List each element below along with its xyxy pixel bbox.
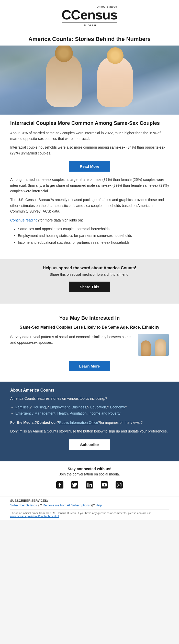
article-bullet-list: Same-sex and opposite sex couple interra… xyxy=(18,226,169,245)
article-section: Interracial Couples More Common Among Sa… xyxy=(0,115,179,253)
logo-bureau-text: Bureau xyxy=(62,22,117,27)
foliage-overlay xyxy=(0,46,179,115)
about-section: About America Counts America Counts feat… xyxy=(0,382,179,461)
share-section: Help us spread the word about America Co… xyxy=(0,259,179,304)
economy-link[interactable]: Economy xyxy=(110,405,125,409)
instagram-icon[interactable] xyxy=(114,480,124,490)
interested-title: You May Be Interested In xyxy=(10,315,169,321)
continue-suffix: ?for more data highlights on: xyxy=(38,218,83,222)
footer-separator-2: ?|? xyxy=(91,504,95,507)
about-bullet-list: Families,? Housing,? Employment, Busines… xyxy=(15,404,169,417)
about-bullet-item: Emergency Management, Health, Population… xyxy=(15,410,169,417)
population-link[interactable]: Population xyxy=(70,411,86,415)
footer-services-label: SUBSCRIBER SERVICES: xyxy=(10,499,169,503)
continue-reading-link[interactable]: Continue reading xyxy=(10,218,38,222)
subscriber-settings-link[interactable]: Subscriber Settings xyxy=(10,504,37,507)
bullet-item: Same-sex and opposite sex couple interra… xyxy=(18,226,169,232)
help-link[interactable]: Help xyxy=(96,504,102,507)
bullet-item: Income and educational statistics for pa… xyxy=(18,240,169,245)
about-title: About America Counts xyxy=(10,388,169,393)
health-link[interactable]: Health xyxy=(57,411,68,415)
housing-link[interactable]: Housing xyxy=(33,405,46,409)
svg-rect-3 xyxy=(87,484,88,487)
about-para-1: America Counts features stories on vario… xyxy=(10,396,169,401)
facebook-icon[interactable] xyxy=(55,480,65,490)
article-para-1: About 31% of married same-sex couples we… xyxy=(10,130,169,142)
interested-section: You May Be Interested In Same-Sex Marrie… xyxy=(0,310,179,382)
families-link[interactable]: Families xyxy=(15,405,29,409)
social-icons-row xyxy=(10,480,169,490)
footer-separator-1: ?|? xyxy=(38,504,42,507)
card-title: Same-Sex Married Couples Less Likely to … xyxy=(10,325,169,330)
footer-official-link[interactable]: www.census.gov/about/contact-us.html xyxy=(10,515,59,518)
interest-card: Same-Sex Married Couples Less Likely to … xyxy=(10,325,169,356)
figure-left xyxy=(46,53,82,107)
social-subtitle: Join the conversation on social media. xyxy=(10,472,169,476)
emergency-link[interactable]: Emergency Management xyxy=(15,411,55,415)
hero-image xyxy=(0,46,179,115)
learn-more-button[interactable]: Learn More xyxy=(69,361,110,371)
remove-subscriptions-link[interactable]: Remove me from All Subscriptions xyxy=(43,504,90,507)
share-this-button[interactable]: Share This xyxy=(69,282,110,292)
svg-rect-8 xyxy=(116,481,123,488)
figure-right xyxy=(97,56,133,107)
svg-point-4 xyxy=(87,483,88,484)
header: United States® CCensus Bureau xyxy=(0,0,179,32)
card-text: Survey data reveal patterns of social an… xyxy=(10,334,134,346)
footer-official-label: This is an official email from the U.S. … xyxy=(10,512,151,515)
about-title-prefix: About xyxy=(10,388,23,392)
share-subtitle: Share this on social media or forward it… xyxy=(10,272,169,276)
main-title: America Counts: Stories Behind the Numbe… xyxy=(15,36,164,43)
share-title: Help us spread the word about America Co… xyxy=(10,266,169,270)
footer: SUBSCRIBER SERVICES: Subscriber Settings… xyxy=(0,496,179,520)
article-title: Interracial Couples More Common Among Sa… xyxy=(10,120,169,126)
social-title: Stay connected with us! xyxy=(10,467,169,471)
social-section: Stay connected with us! Join the convers… xyxy=(0,461,179,496)
about-signup-para: Don't miss an America Counts story!?Use … xyxy=(10,428,169,434)
footer-official-text: This is an official email from the U.S. … xyxy=(10,509,169,518)
logo-census-text: CCensus xyxy=(62,8,117,21)
employment-link[interactable]: Employment xyxy=(50,405,70,409)
logo-c: C xyxy=(62,7,71,22)
about-bullet-item: Families,? Housing,? Employment, Busines… xyxy=(15,404,169,410)
article-continue: Continue reading?for more data highlight… xyxy=(10,217,169,223)
email-wrapper: United States® CCensus Bureau America Co… xyxy=(0,0,179,520)
about-title-link[interactable]: America Counts xyxy=(23,388,54,392)
logo-container: United States® CCensus Bureau xyxy=(62,5,117,27)
article-para-4: The U.S. Census Bureau?s recently releas… xyxy=(10,197,169,214)
svg-point-11 xyxy=(120,483,121,483)
youtube-icon[interactable] xyxy=(99,480,109,490)
hero-placeholder xyxy=(0,46,179,115)
about-media-suffix: ?for inquiries or interviews.? xyxy=(98,420,143,425)
linkedin-icon[interactable] xyxy=(85,480,94,490)
subscribe-button[interactable]: Subscribe xyxy=(69,439,110,450)
read-more-button[interactable]: Read More xyxy=(69,161,110,172)
business-link[interactable]: Business xyxy=(72,405,86,409)
footer-links: Subscriber Settings ?|? Remove me from A… xyxy=(10,504,169,507)
twitter-icon[interactable] xyxy=(70,480,80,490)
about-media-strong: For the Media:?Contact our? xyxy=(10,420,59,425)
public-info-link[interactable]: Public Information Office xyxy=(59,420,98,425)
main-title-section: America Counts: Stories Behind the Numbe… xyxy=(0,32,179,46)
education-link[interactable]: Education xyxy=(90,405,106,409)
article-para-3: Among married same-sex couples, a larger… xyxy=(10,177,169,194)
card-content: Survey data reveal patterns of social an… xyxy=(10,334,169,356)
bullet-item: Employment and housing statistics for pa… xyxy=(18,233,169,238)
income-link[interactable]: Income and Poverty xyxy=(88,411,120,415)
about-media-para: For the Media:?Contact our?Public Inform… xyxy=(10,420,169,425)
article-para-2: Interracial couple households were also … xyxy=(10,145,169,156)
card-image xyxy=(138,334,169,356)
